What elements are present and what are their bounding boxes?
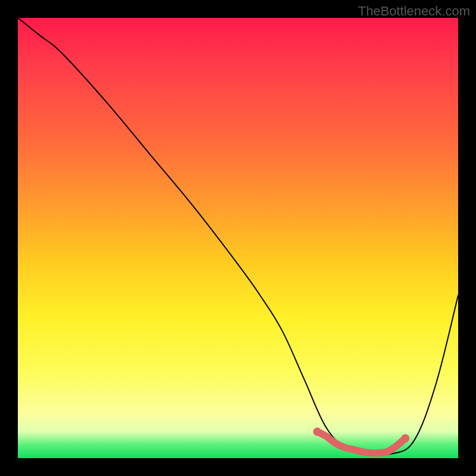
chart-svg — [18, 18, 458, 458]
watermark-text: TheBottleneck.com — [358, 4, 470, 19]
plot-area — [18, 18, 458, 458]
highlight-dot — [401, 434, 409, 443]
main-curve-line — [18, 18, 458, 455]
highlight-dot — [313, 428, 321, 436]
highlight-segment — [317, 432, 405, 453]
